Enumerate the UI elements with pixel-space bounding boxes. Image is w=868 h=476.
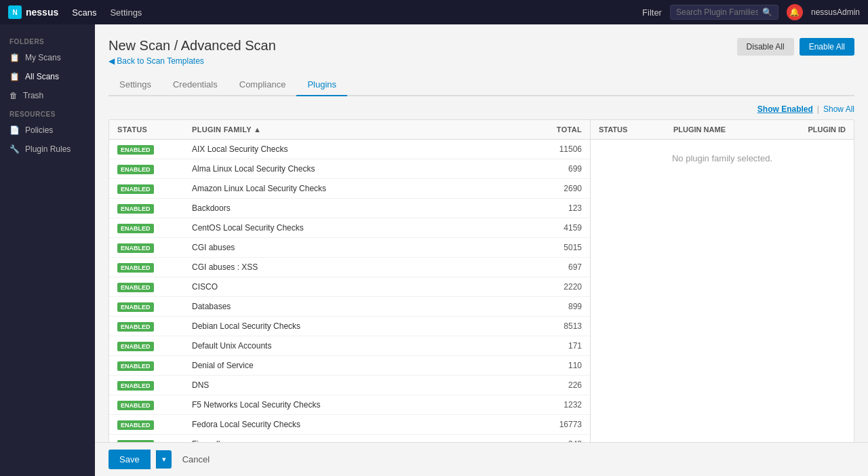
table-header-left: STATUS PLUGIN FAMILY ▲ TOTAL [109, 120, 590, 140]
family-name: DNS [192, 380, 528, 390]
cancel-button[interactable]: Cancel [177, 450, 215, 469]
main-content: New Scan / Advanced Scan ◀ Back to Scan … [95, 24, 868, 476]
total-value: 5015 [528, 243, 582, 252]
sidebar-item-all-scans[interactable]: 📋 All Scans [0, 67, 95, 86]
search-box: 🔍 [670, 5, 778, 20]
col-plugin-id: PLUGIN ID [778, 125, 846, 134]
total-value: 899 [528, 302, 582, 311]
total-value: 697 [528, 262, 582, 272]
table-row[interactable]: ENABLED CISCO 2220 [109, 277, 590, 297]
col-plugin-family: PLUGIN FAMILY ▲ [192, 125, 528, 134]
tabs-bar: Settings Credentials Compliance Plugins [108, 74, 854, 96]
notification-bell[interactable]: 🔔 [787, 4, 803, 20]
nessus-logo-mark: N [8, 5, 22, 19]
total-value: 16773 [528, 420, 582, 429]
family-name: Denial of Service [192, 361, 528, 370]
total-value: 11506 [528, 144, 582, 154]
plugin-filter-row: Show Enabled | Show All [108, 104, 854, 114]
page-header-left: New Scan / Advanced Scan ◀ Back to Scan … [108, 38, 276, 66]
all-scans-icon: 📋 [9, 72, 20, 81]
total-value: 226 [528, 380, 582, 390]
table-header-right: STATUS PLUGIN NAME PLUGIN ID [591, 120, 854, 140]
total-value: 8513 [528, 321, 582, 331]
family-name: AIX Local Security Checks [192, 144, 528, 154]
status-badge: ENABLED [117, 321, 192, 332]
sidebar-item-plugin-rules[interactable]: 🔧 Plugin Rules [0, 140, 95, 159]
table-row[interactable]: ENABLED Amazon Linux Local Security Chec… [109, 179, 590, 199]
plugin-table-area: STATUS PLUGIN FAMILY ▲ TOTAL ENABLED AIX… [108, 119, 854, 473]
family-name: F5 Networks Local Security Checks [192, 400, 528, 410]
sidebar-item-trash[interactable]: 🗑 Trash [0, 86, 95, 105]
status-badge: ENABLED [117, 340, 192, 351]
family-name: Amazon Linux Local Security Checks [192, 184, 528, 193]
folders-section-label: FOLDERS [0, 33, 95, 48]
sidebar-item-label: Plugin Rules [25, 144, 71, 154]
total-value: 123 [528, 203, 582, 213]
tab-credentials[interactable]: Credentials [162, 74, 229, 96]
save-button[interactable]: Save [108, 450, 151, 469]
status-badge: ENABLED [117, 360, 192, 371]
topnav-left: N nessus Scans Settings [8, 5, 142, 19]
no-selection-message: No plugin family selected. [599, 153, 846, 163]
status-badge: ENABLED [117, 301, 192, 312]
total-value: 699 [528, 164, 582, 174]
family-name: Backdoors [192, 203, 528, 213]
search-icon: 🔍 [762, 7, 772, 17]
table-row[interactable]: ENABLED AIX Local Security Checks 11506 [109, 140, 590, 159]
topnav-logo: N nessus [8, 5, 58, 19]
breadcrumb-link[interactable]: ◀ Back to Scan Templates [108, 56, 276, 66]
table-row[interactable]: ENABLED Databases 899 [109, 297, 590, 317]
plugin-rows-container: ENABLED AIX Local Security Checks 11506 … [109, 140, 590, 473]
page-header-actions: Disable All Enable All [737, 38, 854, 56]
table-row[interactable]: ENABLED Default Unix Accounts 171 [109, 336, 590, 356]
table-row[interactable]: ENABLED Alma Linux Local Security Checks… [109, 159, 590, 179]
search-input[interactable] [676, 7, 758, 17]
trash-icon: 🗑 [9, 91, 18, 100]
nav-scans[interactable]: Scans [72, 7, 96, 18]
total-value: 2690 [528, 184, 582, 193]
page-header: New Scan / Advanced Scan ◀ Back to Scan … [108, 38, 854, 66]
col-right-status: STATUS [599, 125, 673, 134]
save-dropdown-button[interactable]: ▾ [156, 450, 172, 469]
status-badge: ENABLED [117, 380, 192, 391]
topnav-right: Filter 🔍 🔔 nessusAdmin [642, 4, 860, 20]
table-row[interactable]: ENABLED Fedora Local Security Checks 167… [109, 415, 590, 435]
nav-settings[interactable]: Settings [110, 7, 142, 18]
filter-separator: | [817, 104, 819, 114]
table-row[interactable]: ENABLED F5 Networks Local Security Check… [109, 395, 590, 415]
col-total: TOTAL [528, 125, 582, 134]
status-badge: ENABLED [117, 183, 192, 194]
status-badge: ENABLED [117, 262, 192, 273]
table-row[interactable]: ENABLED Denial of Service 110 [109, 356, 590, 376]
table-row[interactable]: ENABLED Debian Local Security Checks 851… [109, 317, 590, 336]
sidebar-item-policies[interactable]: 📄 Policies [0, 121, 95, 140]
my-scans-icon: 📋 [9, 53, 20, 62]
table-row[interactable]: ENABLED CGI abuses : XSS 697 [109, 258, 590, 277]
tab-compliance[interactable]: Compliance [229, 74, 297, 96]
page-title: New Scan / Advanced Scan [108, 38, 276, 54]
table-row[interactable]: ENABLED Backdoors 123 [109, 199, 590, 218]
disable-all-button[interactable]: Disable All [737, 38, 794, 56]
total-value: 4159 [528, 223, 582, 233]
show-all-link[interactable]: Show All [823, 104, 854, 114]
sidebar-item-my-scans[interactable]: 📋 My Scans [0, 48, 95, 67]
app-layout: FOLDERS 📋 My Scans 📋 All Scans 🗑 Trash R… [0, 24, 868, 476]
family-name: Fedora Local Security Checks [192, 420, 528, 429]
user-label: nessusAdmin [811, 7, 860, 17]
family-name: CentOS Local Security Checks [192, 223, 528, 233]
show-enabled-link[interactable]: Show Enabled [757, 104, 813, 114]
tab-settings[interactable]: Settings [108, 74, 162, 96]
total-value: 110 [528, 361, 582, 370]
family-name: CGI abuses [192, 243, 528, 252]
plugin-rules-icon: 🔧 [9, 144, 20, 154]
enable-all-button[interactable]: Enable All [800, 38, 854, 56]
family-name: Default Unix Accounts [192, 341, 528, 351]
topnav-logo-text: nessus [26, 7, 58, 18]
tab-plugins[interactable]: Plugins [296, 74, 347, 96]
status-badge: ENABLED [117, 419, 192, 430]
table-row[interactable]: ENABLED CGI abuses 5015 [109, 238, 590, 258]
topnav: N nessus Scans Settings Filter 🔍 🔔 nessu… [0, 0, 868, 24]
table-row[interactable]: ENABLED CentOS Local Security Checks 415… [109, 218, 590, 238]
col-plugin-name: PLUGIN NAME [673, 125, 778, 134]
table-row[interactable]: ENABLED DNS 226 [109, 376, 590, 395]
